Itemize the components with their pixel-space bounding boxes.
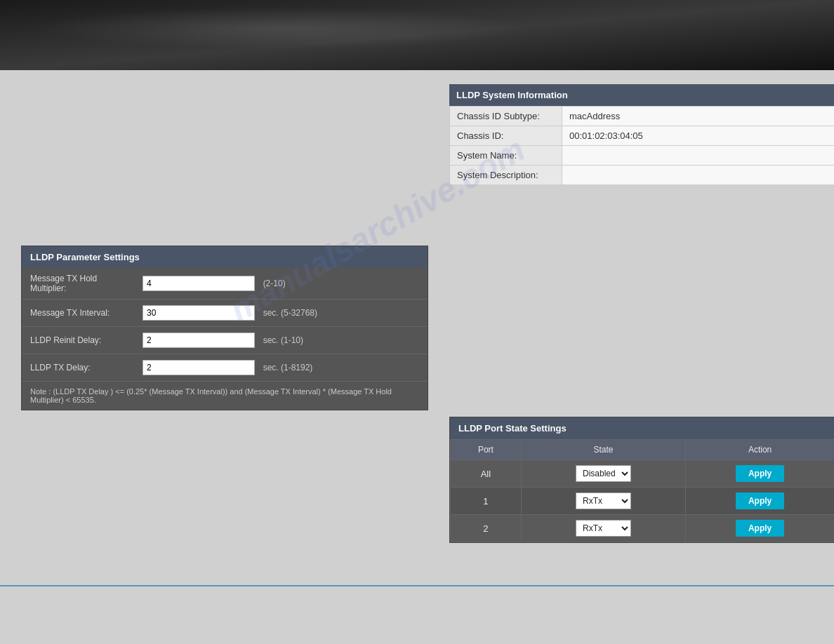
param-input-tx-interval[interactable] [143,305,255,321]
param-row: LLDP Reinit Delay: sec. (1-10) [22,327,428,354]
left-column: LLDP Parameter Settings Message TX Hold … [21,84,428,410]
port-state-cell-0: DisabledRxTxTxOnlyRxOnly [521,460,685,488]
port-row: 1 DisabledRxTxTxOnlyRxOnly Apply [451,488,835,515]
footer [0,585,834,601]
col-state: State [521,440,685,460]
port-panel-header: LLDP Port State Settings [450,417,834,439]
apply-button-2[interactable]: Apply [736,520,784,537]
param-hint-3: sec. (1-8192) [258,363,313,373]
param-label-1: Message TX Interval: [22,300,134,327]
port-action-cell-1: Apply [686,488,834,515]
apply-button-1[interactable]: Apply [736,492,784,509]
right-column: LLDP System Information Chassis ID Subty… [449,84,834,543]
sys-info-value-1: 00:01:02:03:04:05 [562,126,835,146]
param-row: Message TX Hold Multiplier: (2-10) [22,268,428,300]
apply-button-0[interactable]: Apply [736,465,784,482]
port-row: All DisabledRxTxTxOnlyRxOnly Apply [451,460,835,488]
param-note: Note : (LLDP TX Delay ) <= (0.25* (Messa… [22,382,428,410]
port-table-header-row: Port State Action [451,440,835,460]
param-panel-title: LLDP Parameter Settings [30,252,140,262]
sys-info-value-2 [562,146,835,166]
param-input-cell-0: (2-10) [134,268,428,300]
port-state-table: Port State Action All DisabledRxTxTxOnly… [450,439,834,542]
col-action: Action [686,440,834,460]
system-info-title: LLDP System Information [456,90,568,100]
param-hint-0: (2-10) [258,279,286,288]
sys-info-row: Chassis ID Subtype: macAddress [450,107,835,126]
system-info-table: Chassis ID Subtype: macAddress Chassis I… [449,106,834,185]
lldp-param-panel: LLDP Parameter Settings Message TX Hold … [21,246,428,410]
param-input-tx-delay[interactable] [143,360,255,375]
param-panel-header: LLDP Parameter Settings [22,246,428,268]
param-row: LLDP TX Delay: sec. (1-8192) [22,354,428,382]
sys-info-value-3 [562,166,835,185]
port-state-cell-1: DisabledRxTxTxOnlyRxOnly [521,488,685,515]
param-hint-2: sec. (1-10) [258,335,303,345]
port-row: 2 DisabledRxTxTxOnlyRxOnly Apply [451,515,835,542]
sys-info-label-2: System Name: [450,146,562,166]
param-input-tx-hold-multiplier[interactable] [143,276,255,291]
param-label-3: LLDP TX Delay: [22,354,134,382]
system-info-header: LLDP System Information [449,84,834,106]
port-cell-2: 2 [451,515,522,542]
port-state-cell-2: DisabledRxTxTxOnlyRxOnly [521,515,685,542]
main-content: LLDP Parameter Settings Message TX Hold … [0,70,834,557]
port-state-select-0[interactable]: DisabledRxTxTxOnlyRxOnly [576,465,631,482]
sys-info-label-1: Chassis ID: [450,126,562,146]
param-input-cell-1: sec. (5-32768) [134,300,428,327]
param-label-2: LLDP Reinit Delay: [22,327,134,354]
param-input-reinit-delay[interactable] [143,333,255,348]
sys-info-row: System Description: [450,166,835,185]
lldp-port-panel: LLDP Port State Settings Port State Acti… [449,417,834,543]
param-hint-1: sec. (5-32768) [258,308,317,318]
sys-info-row: System Name: [450,146,835,166]
param-row: Message TX Interval: sec. (5-32768) [22,300,428,327]
col-port: Port [451,440,522,460]
port-action-cell-0: Apply [686,460,834,488]
port-state-select-1[interactable]: DisabledRxTxTxOnlyRxOnly [576,492,631,509]
param-input-cell-2: sec. (1-10) [134,327,428,354]
param-label-0: Message TX Hold Multiplier: [22,268,134,300]
port-state-select-2[interactable]: DisabledRxTxTxOnlyRxOnly [576,520,631,537]
param-input-cell-3: sec. (1-8192) [134,354,428,382]
port-action-cell-2: Apply [686,515,834,542]
left-spacer [21,84,428,232]
lldp-system-info-container: LLDP System Information Chassis ID Subty… [449,84,834,185]
header-banner [0,0,834,70]
port-panel-title: LLDP Port State Settings [458,423,567,434]
sys-info-value-0: macAddress [562,107,835,126]
sys-info-label-0: Chassis ID Subtype: [450,107,562,126]
param-table: Message TX Hold Multiplier: (2-10) Messa… [22,268,428,382]
sys-info-label-3: System Description: [450,166,562,185]
port-cell-1: 1 [451,488,522,515]
port-cell-0: All [451,460,522,488]
right-spacer [449,199,834,403]
sys-info-row: Chassis ID: 00:01:02:03:04:05 [450,126,835,146]
